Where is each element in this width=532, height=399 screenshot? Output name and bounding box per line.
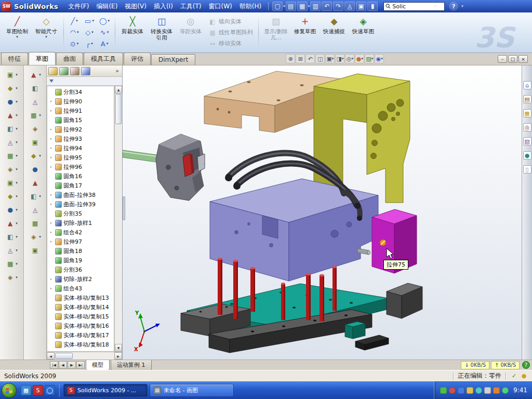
zoom-area-button[interactable]: ⊞ (296, 54, 305, 63)
trim-entities-button[interactable]: ╳剪裁实体 (118, 14, 147, 51)
redo-icon[interactable]: ↷ (333, 2, 343, 11)
minimize-button[interactable]: – (498, 55, 507, 63)
expand-arrow-icon[interactable]: ▸ (49, 127, 54, 131)
toolbar-options-icon[interactable]: ▾ (461, 5, 463, 8)
search-tab[interactable]: ◎ (523, 123, 531, 131)
circle-button[interactable]: ◯▾ (97, 16, 112, 26)
new-document-icon[interactable]: ▢ (272, 2, 283, 11)
quick-tips-button[interactable]: ? (522, 361, 530, 369)
rebuild-icon[interactable]: ◬ (344, 2, 355, 11)
menu-item-5[interactable]: 窗口(W) (205, 1, 236, 12)
model-tab-0[interactable]: 模型 (86, 360, 110, 370)
view-orientation-button[interactable]: ▣▾ (325, 54, 335, 63)
design-library-tab[interactable]: ▤ (523, 95, 531, 103)
command-tab-0[interactable]: 特征 (1, 52, 28, 65)
tree-item-26[interactable]: 实体-移动/复制17 (47, 330, 114, 340)
revolve-button[interactable]: ◧ (31, 84, 39, 93)
command-tab-2[interactable]: 曲面 (56, 52, 83, 65)
tree-item-10[interactable]: 圆角17 (47, 181, 114, 190)
menu-item-3[interactable]: 插入(I) (150, 1, 177, 12)
rapid-sketch-button[interactable]: ◈快速草图 (349, 14, 377, 51)
trim-tool-button[interactable]: ●▾ (6, 206, 18, 215)
sweep-button[interactable]: ◬ (31, 98, 39, 107)
language-tray-icon[interactable] (440, 387, 447, 394)
section-view-button[interactable]: ◫ (315, 54, 325, 63)
tree-item-27[interactable]: 实体-移动/复制18 (47, 340, 114, 349)
command-tab-5[interactable]: DimXpert (151, 54, 195, 65)
taskbar-button-1[interactable]: ▨未命名 - 画图 (150, 384, 234, 397)
horizontal-scrollbar[interactable]: ◀ ▶ (47, 352, 122, 360)
go-previous-button[interactable]: ◀ (59, 361, 67, 369)
graphics-viewport[interactable]: Y X 拉伸75 ⌂▤▦◎▧●▯ (123, 65, 532, 360)
undo-icon[interactable]: ↶ (322, 2, 332, 11)
model-tab-1[interactable]: 运动算例 1 (111, 360, 152, 370)
circle-tool-button[interactable]: ◬▾ (6, 138, 18, 147)
property-manager-tab[interactable] (59, 67, 69, 75)
print-icon[interactable]: ▥ (310, 2, 321, 11)
help-button[interactable]: ? (449, 2, 458, 11)
spacer-block[interactable] (345, 322, 365, 339)
appearances-tab[interactable]: ● (523, 151, 531, 159)
tree-item-25[interactable]: 实体-移动/复制16 (47, 321, 114, 330)
repair-sketch-button[interactable]: +修复草图 (291, 14, 319, 51)
convert-tool-button[interactable]: ▲▾ (6, 219, 18, 228)
arc-tool-button[interactable]: ▦▾ (6, 152, 18, 161)
move-copy-body-button[interactable]: ▦ (31, 219, 39, 228)
antivirus-tray-icon[interactable] (467, 387, 473, 394)
expand-arrow-icon[interactable]: ▸ (49, 99, 54, 103)
taskbar-clock[interactable]: 9:41 (513, 387, 527, 394)
tree-item-20[interactable]: ▸切除-放样2 (47, 274, 114, 284)
tree-item-7[interactable]: ▸拉伸95 (47, 153, 114, 162)
scene-button[interactable]: ▨▾ (365, 54, 374, 63)
tree-item-6[interactable]: ▸拉伸94 (47, 143, 114, 153)
tree-item-21[interactable]: ▸组合43 (47, 284, 114, 293)
polygon-button[interactable]: ◇▾ (82, 27, 97, 38)
solidworks-icon[interactable]: S (33, 385, 43, 395)
zoom-previous-button[interactable]: ↶ (305, 54, 315, 63)
tree-item-19[interactable]: 分割36 (47, 265, 114, 274)
scroll-right-button[interactable]: ▶ (114, 352, 122, 360)
sketch-button[interactable]: ╱草图绘制▾ (3, 14, 31, 51)
hole-wizard-button[interactable]: ◧▾ (29, 192, 41, 201)
loft-button[interactable]: ▦▾ (29, 111, 41, 120)
draft-button[interactable]: ▲ (31, 179, 39, 188)
tree-item-2[interactable]: ▸拉伸91 (47, 106, 114, 115)
corner-rectangle-button[interactable]: ▭▾ (82, 16, 97, 26)
tree-item-16[interactable]: ▸拉伸97 (47, 237, 114, 246)
search-input[interactable] (392, 3, 433, 10)
convert-entities-button[interactable]: ◫转换实体引用 (148, 14, 176, 51)
extrude-boss-button[interactable]: ▲▾ (29, 71, 41, 79)
panel-splitter-handle[interactable] (123, 196, 125, 220)
fillet-feature-button[interactable]: ◈ (31, 125, 39, 134)
tree-item-13[interactable]: 分割35 (47, 209, 114, 218)
point-tool-button[interactable]: ◆▾ (6, 192, 18, 201)
internet-icon[interactable]: ◯ (45, 385, 55, 395)
expand-arrow-icon[interactable]: ▸ (49, 137, 54, 141)
expand-arrow-icon[interactable]: ▸ (49, 165, 54, 169)
scroll-up-button[interactable]: ▲ (115, 86, 122, 94)
network-tray-icon[interactable] (449, 387, 456, 394)
smart-dimension-button[interactable]: ◇智能尺寸▾ (32, 14, 60, 51)
dimxpert-manager-tab[interactable] (81, 67, 90, 75)
go-first-button[interactable]: |◀ (50, 361, 58, 369)
open-icon[interactable]: ▤ (286, 2, 296, 11)
menu-item-6[interactable]: 帮助(H) (236, 1, 265, 12)
taskbar-button-0[interactable]: SSolidWorks 2009 - ... (63, 384, 148, 397)
expand-arrow-icon[interactable]: ▸ (49, 277, 54, 281)
menu-item-1[interactable]: 编辑(E) (92, 1, 121, 12)
camera-button[interactable]: ◉▾ (375, 54, 384, 63)
search-box[interactable]: ▾ (383, 2, 445, 11)
rib-button[interactable]: ● (31, 165, 39, 174)
scrollbar-thumb[interactable] (115, 94, 122, 124)
hide-show-items-button[interactable]: ◎▾ (345, 54, 354, 63)
expand-arrow-icon[interactable]: ▸ (49, 202, 54, 206)
rectangle-tool-button[interactable]: ◈▾ (6, 165, 18, 174)
spline-tool-button[interactable]: ▣▾ (6, 179, 18, 188)
scrollbar-track[interactable] (73, 352, 114, 360)
line-tool-button[interactable]: ◧▾ (6, 125, 18, 134)
line-button[interactable]: ╱▾ (67, 16, 82, 26)
expand-arrow-icon[interactable]: ▸ (49, 221, 54, 225)
tree-item-11[interactable]: ▸曲面-拉伸38 (47, 190, 114, 200)
panel-filter-bar[interactable] (47, 77, 122, 86)
scroll-left-button[interactable]: ◀ (47, 352, 55, 360)
